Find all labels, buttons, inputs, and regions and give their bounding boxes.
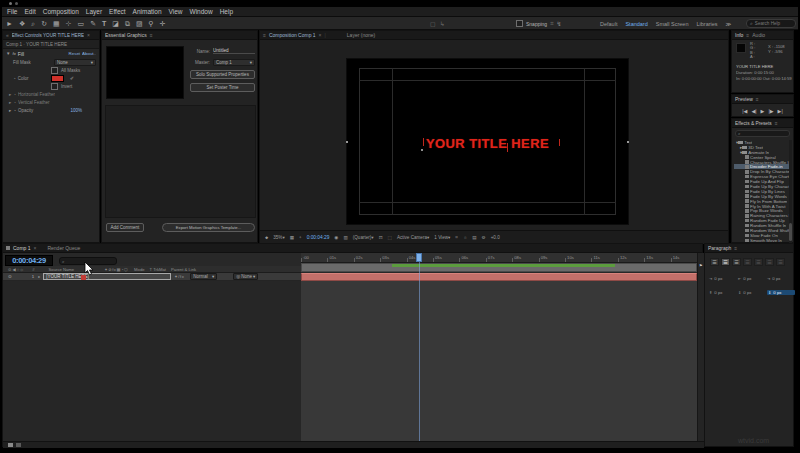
roto-brush-tool-icon[interactable]: ⚲: [149, 20, 154, 28]
timeline-current-time[interactable]: 0:00:04:29: [5, 255, 53, 266]
timeline-scroll-strip[interactable]: ⚑: [697, 253, 704, 441]
tab-effects-presets[interactable]: Effects & Presets: [735, 121, 772, 126]
set-poster-time-button[interactable]: Set Poster Time: [190, 83, 255, 92]
collapse-panel-icon[interactable]: «: [6, 32, 9, 38]
layer-eye-icon[interactable]: ⊙: [8, 274, 12, 279]
workspace-overflow-icon[interactable]: ≫: [726, 21, 732, 27]
justify-last-center-button[interactable]: ☰: [754, 258, 763, 266]
scrollbar-track[interactable]: [789, 140, 792, 243]
next-frame-button[interactable]: |▶: [768, 108, 773, 114]
menu-help[interactable]: Help: [220, 8, 233, 15]
source-name-header[interactable]: Source Name: [49, 267, 75, 272]
workspace-small-screen[interactable]: Small Screen: [656, 21, 689, 27]
menu-view[interactable]: View: [169, 8, 183, 15]
twirl-right-icon[interactable]: ▸: [9, 108, 11, 113]
menu-file[interactable]: File: [7, 8, 17, 15]
scrollbar-thumb[interactable]: [789, 223, 792, 241]
comp-title-text[interactable]: YOUR TITLE HERE: [347, 136, 628, 151]
hand-tool-icon[interactable]: ❖: [19, 20, 25, 28]
pixel-aspect-icon[interactable]: ⌗: [455, 235, 458, 240]
tab-paragraph[interactable]: Paragraph: [708, 245, 731, 251]
tab-info[interactable]: Info: [735, 32, 743, 38]
fill-mask-dropdown[interactable]: None▾: [54, 59, 96, 66]
layer-anchor-point[interactable]: [421, 149, 423, 151]
mode-header[interactable]: Mode: [134, 267, 144, 272]
tab-composition[interactable]: Composition Comp 1: [269, 32, 316, 38]
solo-supported-properties-button[interactable]: Solo Supported Properties: [190, 70, 255, 79]
playhead-line[interactable]: [419, 262, 420, 441]
justify-last-left-button[interactable]: ☰: [743, 258, 752, 266]
workspace-libraries[interactable]: Libraries: [696, 21, 717, 27]
menu-animation[interactable]: Animation: [133, 8, 162, 15]
effects-search-box[interactable]: ⌕: [735, 130, 790, 137]
color-swatch[interactable]: [51, 75, 64, 82]
type-tool-icon[interactable]: T: [102, 20, 106, 27]
twirl-down-icon[interactable]: ▼: [6, 51, 10, 56]
composition-viewer[interactable]: YOUR TITLE HERE: [260, 40, 728, 230]
playhead-marker[interactable]: [416, 253, 422, 262]
twirl-right-icon[interactable]: ▸: [9, 92, 11, 97]
effect-about-link[interactable]: About..: [82, 51, 96, 56]
close-icon[interactable]: ×: [87, 32, 90, 38]
align-right-button[interactable]: ☰: [732, 258, 741, 266]
tab-render-queue[interactable]: Render Queue: [47, 245, 80, 251]
show-channels-icon[interactable]: ▥: [343, 235, 347, 240]
indent-left-field[interactable]: 0 px: [714, 276, 722, 281]
layer-switches[interactable]: ✦/fx: [174, 274, 184, 279]
last-frame-button[interactable]: ▶|: [778, 108, 783, 114]
layer-name[interactable]: [YOUR TITLE HERE]: [43, 273, 171, 280]
name-input[interactable]: Untitled: [213, 48, 255, 54]
align-center-button[interactable]: ☰: [721, 258, 730, 266]
invert-checkbox[interactable]: [51, 83, 58, 90]
pan-behind-tool-icon[interactable]: ⊹: [66, 20, 72, 28]
zoom-out-frames-icon[interactable]: [8, 443, 13, 447]
panel-menu-icon[interactable]: ≡: [150, 32, 153, 38]
puppet-pin-tool-icon[interactable]: ✛: [160, 20, 166, 28]
tab-layer[interactable]: Layer (none): [347, 32, 375, 38]
fast-previews-icon[interactable]: ☼: [463, 235, 467, 240]
first-frame-button[interactable]: |◀: [742, 108, 747, 114]
zoom-tool-icon[interactable]: ⌕: [31, 20, 35, 28]
parent-link-header[interactable]: Parent & Link: [171, 267, 196, 272]
time-ruler[interactable]: :00 01s 02s 03s 04s 05s 06s 07s 08s 09s …: [301, 253, 697, 263]
panel-menu-icon[interactable]: ≡: [734, 245, 737, 251]
transparency-grid-icon[interactable]: ⬚: [388, 235, 392, 240]
layer-duration-bar[interactable]: [301, 273, 697, 281]
clone-stamp-tool-icon[interactable]: ⧉: [125, 20, 130, 28]
twirl-right-icon[interactable]: ▸: [9, 100, 11, 105]
stopwatch-icon[interactable]: ◔: [13, 100, 16, 105]
workspace-default[interactable]: Default: [600, 21, 617, 27]
work-area-bar[interactable]: [301, 263, 697, 272]
export-motion-graphics-template-button[interactable]: Export Motion Graphics Template...: [162, 223, 255, 232]
workspace-standard[interactable]: Standard: [625, 21, 647, 27]
timeline-button-icon[interactable]: ▤: [472, 235, 476, 240]
layer-twirl-icon[interactable]: ▸: [38, 274, 40, 279]
eyedropper-icon[interactable]: ✐: [70, 75, 96, 81]
panel-menu-icon[interactable]: ≡: [746, 32, 749, 38]
tab-audio[interactable]: Audio: [752, 32, 765, 38]
pickwhip-icon[interactable]: ◎: [236, 274, 240, 279]
timeline-track-area[interactable]: [301, 281, 697, 441]
master-comp-dropdown[interactable]: Comp 1▾: [213, 59, 255, 66]
trkmat-header[interactable]: T TrkMat: [150, 267, 166, 272]
all-masks-checkbox[interactable]: [51, 67, 58, 74]
space-after-field[interactable]: 0 px: [743, 290, 751, 295]
pen-tool-icon[interactable]: ✎: [90, 20, 96, 28]
layer-mode-dropdown[interactable]: Normal▾: [190, 273, 217, 280]
camera-tool-icon[interactable]: ▦: [53, 20, 60, 28]
preset-item[interactable]: Smooth Move In: [734, 238, 790, 243]
stopwatch-icon[interactable]: ◔: [13, 92, 16, 97]
menu-layer[interactable]: Layer: [86, 8, 102, 15]
resolution-menu[interactable]: (Quarter)▾: [353, 235, 374, 240]
region-of-interest-icon[interactable]: ⊡: [379, 235, 383, 240]
close-icon[interactable]: ×: [319, 32, 322, 38]
layer-row[interactable]: ⊙ 1 ▸ [YOUR TITLE HERE] ✦/fx Normal▾ ◎No…: [3, 273, 301, 281]
panel-menu-icon[interactable]: ≡: [775, 120, 778, 126]
eraser-tool-icon[interactable]: ▨: [136, 20, 143, 28]
align-left-button[interactable]: ☰: [710, 258, 719, 266]
view-layout-menu[interactable]: 1 View▾: [434, 235, 450, 240]
indent-right-field[interactable]: 0 px: [772, 276, 780, 281]
flowchart-icon[interactable]: ⚙: [482, 235, 486, 240]
snapping-options2-icon[interactable]: ↯: [557, 20, 562, 27]
tab-essential-graphics[interactable]: Essential Graphics: [105, 32, 147, 38]
